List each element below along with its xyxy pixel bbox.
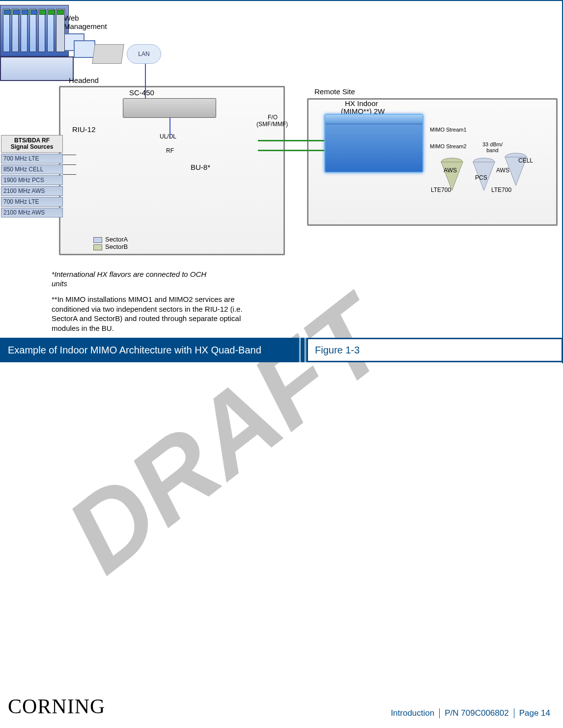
rf-label: RF: [166, 147, 174, 154]
uldl-label: UL/DL: [160, 133, 176, 140]
fo-label-2: (SMF/MMF): [256, 121, 288, 128]
cone-lte-label: LTE700: [431, 187, 451, 193]
wire: [258, 140, 324, 141]
footer-section: Introduction: [386, 708, 440, 718]
figure-caption-bar: Example of Indoor MIMO Architecture with…: [0, 338, 563, 362]
wire: [258, 150, 324, 151]
sector-legend: SectorA SectorB: [93, 236, 128, 250]
signal-row: 1900 MHz PCS: [1, 175, 63, 185]
signal-row: 2100 MHz AWS: [1, 186, 63, 196]
signal-sources: BTS/BDA RF Signal Sources 700 MHz LTE 85…: [1, 135, 63, 217]
cone-pcs-label: PCS: [475, 174, 487, 181]
architecture-diagram: Web Management LAN Headend Remote Site B…: [0, 5, 563, 309]
footer-part-number: P/N 709C006802: [440, 708, 514, 718]
signal-row: 700 MHz LTE: [1, 197, 63, 207]
remote-site-label: Remote Site: [314, 87, 355, 96]
footnote-mimo: **In MIMO installations MIMO1 and MIMO2 …: [52, 295, 258, 333]
legend-sector-b: SectorB: [105, 243, 128, 250]
fo-label-1: F/O: [268, 114, 278, 121]
lan-label: LAN: [138, 51, 149, 57]
hx-indoor-device: [324, 114, 423, 173]
cone-aws-label: AWS: [444, 167, 457, 174]
mimo-stream2-label: MIMO Stream2: [430, 143, 467, 149]
headend-label: Headend: [69, 76, 99, 84]
laptop-icon: [92, 44, 124, 64]
wire: [63, 174, 76, 175]
wire: [63, 164, 76, 165]
mimo-stream1-label: MIMO Stream1: [430, 127, 467, 133]
hx-label-1: HX Indoor: [345, 99, 378, 108]
riu12-label: RIU-12: [72, 125, 96, 134]
power-label: 33 dBm/ band: [482, 141, 503, 153]
sc450-device: [123, 98, 216, 118]
signal-row: 850 MHz CELL: [1, 164, 63, 174]
figure-number: Figure 1-3: [308, 339, 562, 361]
footer-page-number: Page 14: [514, 708, 555, 718]
cone-lte2-label: LTE700: [491, 187, 511, 193]
sc450-label: SC-450: [129, 88, 154, 97]
caption-divider: [299, 338, 306, 362]
bu8-label: BU-8*: [191, 163, 210, 171]
figure-title: Example of Indoor MIMO Architecture with…: [0, 338, 297, 362]
corning-logo: CORNING: [8, 695, 105, 718]
wire: [145, 64, 146, 98]
cone-cell-label: CELL: [518, 157, 533, 164]
web-management-label: Web Management: [64, 14, 107, 30]
signal-row: 700 MHz LTE: [1, 154, 63, 163]
footer-meta: Introduction P/N 709C006802 Page 14: [386, 708, 555, 718]
lan-cloud: LAN: [127, 44, 161, 64]
signal-sources-header: BTS/BDA RF Signal Sources: [1, 135, 63, 153]
wire: [63, 155, 76, 155]
page-footer: CORNING Introduction P/N 709C006802 Page…: [0, 695, 563, 718]
cone-aws2-label: AWS: [496, 167, 509, 174]
wire: [169, 118, 170, 137]
signal-row: 2100 MHz AWS: [1, 208, 63, 217]
legend-sector-a: SectorA: [105, 236, 128, 243]
footnote-international: *International HX flavors are connected …: [52, 270, 224, 289]
